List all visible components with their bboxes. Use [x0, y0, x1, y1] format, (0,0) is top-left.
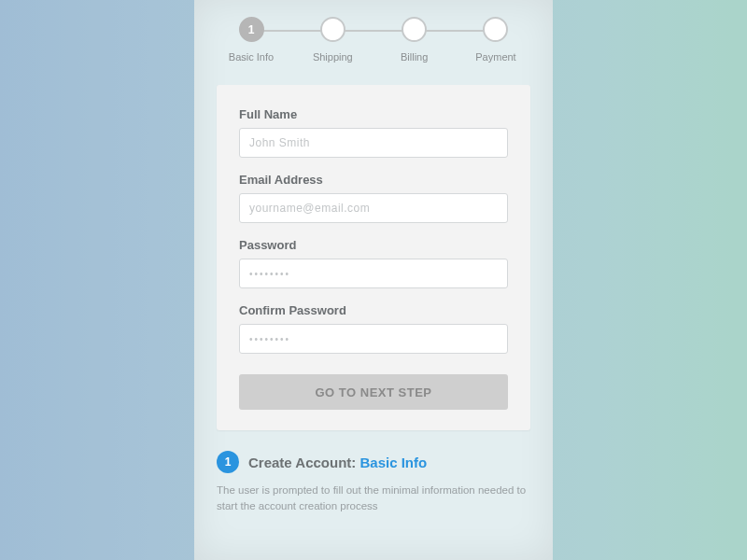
- step-label: Shipping: [313, 51, 353, 63]
- caption-block: 1 Create Account: Basic Info The user is…: [217, 451, 530, 515]
- email-input[interactable]: [239, 193, 508, 223]
- step-circle: 1: [239, 17, 264, 42]
- form-card: Full Name Email Address Password Confirm…: [217, 85, 530, 430]
- wizard-panel: 1 Basic Info Shipping Billing Payment Fu…: [194, 0, 553, 560]
- caption-title-prefix: Create Account:: [248, 455, 359, 470]
- next-step-button[interactable]: GO TO NEXT STEP: [239, 374, 508, 410]
- email-label: Email Address: [239, 173, 508, 187]
- caption-title: Create Account: Basic Info: [248, 455, 427, 470]
- caption-body: The user is prompted to fill out the min…: [217, 483, 530, 515]
- fullname-input[interactable]: [239, 128, 508, 158]
- stepper: 1 Basic Info Shipping Billing Payment: [194, 17, 553, 68]
- step-label: Basic Info: [229, 51, 274, 63]
- step-circle: [483, 17, 508, 42]
- step-payment[interactable]: Payment: [467, 17, 525, 63]
- password-label: Password: [239, 238, 508, 252]
- confirm-password-input[interactable]: [239, 324, 508, 354]
- confirm-password-label: Confirm Password: [239, 303, 508, 317]
- caption-title-accent: Basic Info: [359, 455, 427, 470]
- step-circle: [320, 17, 345, 42]
- step-label: Payment: [475, 51, 515, 63]
- step-basic-info[interactable]: 1 Basic Info: [222, 17, 280, 63]
- step-label: Billing: [401, 51, 428, 63]
- step-billing[interactable]: Billing: [386, 17, 444, 63]
- caption-badge: 1: [217, 451, 239, 473]
- fullname-label: Full Name: [239, 107, 508, 121]
- step-shipping[interactable]: Shipping: [303, 17, 361, 63]
- password-input[interactable]: [239, 259, 508, 288]
- step-circle: [402, 17, 427, 42]
